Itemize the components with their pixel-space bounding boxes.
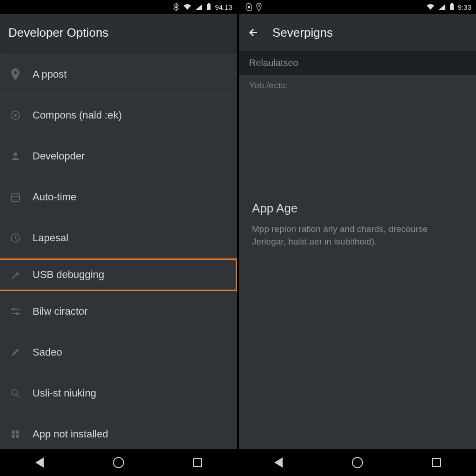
item-label: Usli-st niuking: [33, 387, 96, 399]
battery-icon: [206, 3, 211, 11]
header: Developer Options: [0, 14, 237, 51]
page-title: Developer Options: [8, 26, 108, 40]
pin-icon: [8, 67, 22, 81]
slider-icon: [8, 304, 22, 318]
battery-icon: [450, 3, 454, 11]
content-description: Mpp repion ration arly and chards, dreco…: [252, 223, 463, 248]
content-title: App Age: [252, 201, 463, 216]
list-item[interactable]: Bilw ciractor: [0, 291, 237, 332]
nav-home-button[interactable]: [348, 453, 367, 472]
bluetooth-icon: [173, 3, 179, 11]
status-bar: 9:33: [239, 0, 476, 14]
list-item[interactable]: Usli-st niuking: [0, 373, 237, 414]
sim-icon: [246, 3, 252, 11]
svg-rect-5: [11, 194, 20, 201]
item-label: A ppost: [33, 68, 66, 80]
nav-home-button[interactable]: [109, 453, 128, 472]
page-title: Severpigns: [272, 26, 333, 40]
content-block: App Age Mpp repion ration arly and chard…: [239, 99, 476, 248]
signal-icon: [438, 4, 446, 10]
nav-recents-button[interactable]: [188, 453, 207, 472]
svg-rect-0: [207, 4, 211, 10]
header: Severpigns: [239, 14, 476, 51]
svg-rect-17: [16, 435, 19, 438]
item-label: Bilw ciractor: [33, 305, 88, 317]
svg-point-12: [12, 390, 17, 395]
section-header: Relaulatseo: [239, 51, 476, 75]
phone-right: 9:33 Severpigns Relaulatseo Yob./ects: A…: [238, 0, 476, 476]
item-label: Lapesal: [33, 232, 68, 244]
svg-rect-18: [248, 6, 250, 8]
signal-icon: [195, 4, 203, 10]
svg-point-10: [12, 308, 15, 311]
nav-recents-button[interactable]: [427, 453, 446, 472]
list-item[interactable]: App not installed: [0, 414, 237, 449]
back-button[interactable]: [247, 26, 260, 39]
status-time: 94.13: [215, 3, 232, 11]
list-item[interactable]: Compons (nald :ek): [0, 95, 237, 136]
section-subtext: Yob./ects:: [239, 75, 476, 99]
status-bar: 94.13: [0, 0, 237, 14]
settings-list[interactable]: A ppost Compons (nald :ek) Developder Au…: [0, 51, 237, 449]
item-label: Auto-time: [33, 191, 76, 203]
svg-point-11: [16, 312, 19, 315]
item-label: Developder: [33, 150, 85, 162]
nav-bar: [0, 449, 237, 476]
app-icon: [8, 427, 22, 441]
list-item[interactable]: A ppost: [0, 54, 237, 95]
item-label: USB debugging: [33, 269, 104, 281]
list-item[interactable]: Developder: [0, 136, 237, 177]
location-icon: [256, 3, 262, 11]
nav-bar: [239, 449, 476, 476]
search-icon: [8, 386, 22, 400]
list-item[interactable]: Auto-time: [0, 177, 237, 218]
calendar-icon: [8, 190, 22, 204]
svg-rect-14: [12, 430, 15, 434]
list-item[interactable]: Lapesal: [0, 218, 237, 258]
person-icon: [8, 149, 22, 163]
wrench-icon: [8, 268, 22, 282]
svg-rect-1: [208, 3, 210, 4]
gear-icon: [8, 108, 22, 122]
list-item-usb-debugging[interactable]: USB debugging: [0, 258, 237, 291]
svg-point-4: [13, 152, 17, 156]
item-label: App not installed: [33, 428, 108, 440]
clock-icon: [8, 231, 22, 245]
svg-line-13: [17, 395, 20, 397]
svg-rect-16: [12, 435, 15, 438]
nav-back-button[interactable]: [269, 453, 288, 472]
list-item[interactable]: Sadeo: [0, 332, 237, 373]
svg-rect-19: [450, 4, 454, 10]
svg-rect-20: [451, 3, 453, 4]
nav-back-button[interactable]: [30, 453, 49, 472]
svg-rect-15: [16, 430, 19, 434]
item-label: Sadeo: [33, 346, 62, 358]
phone-left: 94.13 Developer Options A ppost Compons …: [0, 0, 238, 476]
wifi-icon: [183, 4, 192, 10]
item-label: Compons (nald :ek): [33, 109, 122, 121]
wifi-icon: [426, 4, 435, 10]
pencil-icon: [8, 345, 22, 359]
svg-point-3: [14, 114, 17, 117]
status-time: 9:33: [458, 3, 471, 11]
